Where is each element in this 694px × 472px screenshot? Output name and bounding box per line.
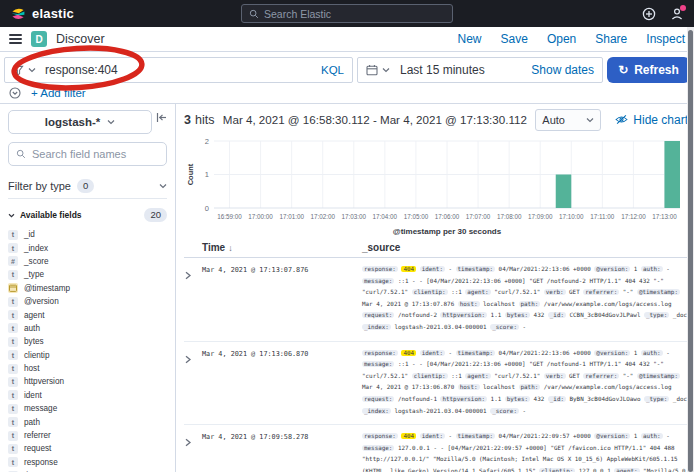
hits-bar: 3 hits Mar 4, 2021 @ 16:58:30.112 - Mar … [184, 104, 688, 135]
field-name-badge: timestamp: [456, 266, 495, 272]
add-filter-button[interactable]: + Add filter [31, 87, 86, 99]
document-time: Mar 4, 2021 @ 17:09:58.278 [202, 431, 362, 472]
hits-count: 3 [184, 113, 191, 127]
filter-by-type-toggle[interactable]: Filter by type 0 [8, 174, 167, 199]
field-item-path[interactable]: tpath [8, 415, 167, 428]
field-value: 1.1 [491, 312, 502, 318]
field-name-badge: _type: [644, 312, 669, 318]
field-value: 432 [534, 396, 545, 402]
histogram-bar[interactable] [664, 141, 680, 208]
query-input[interactable]: response:404 KQL [4, 57, 353, 83]
field-name-badge: @version: [594, 433, 630, 439]
global-search-placeholder: Search Elastic [264, 8, 331, 20]
app-navbar: D Discover NewSaveOpenShareInspect [0, 27, 694, 52]
menu-icon[interactable] [9, 34, 22, 44]
field-name-badge: message: [362, 361, 394, 367]
expand-document-icon[interactable] [184, 348, 202, 418]
field-item-response[interactable]: tresponse [8, 456, 167, 469]
document-source: response: 404 ident: - timestamp: 04/Mar… [362, 431, 688, 472]
field-item-referrer[interactable]: treferrer [8, 429, 167, 442]
field-name-badge: request: [362, 396, 394, 402]
field-name: clientip [24, 351, 50, 360]
scrollbar-thumb[interactable] [688, 30, 693, 472]
field-value: 1.1 [491, 396, 502, 402]
field-search-placeholder: Search field names [32, 148, 126, 160]
field-item-id[interactable]: t_id [8, 228, 167, 241]
field-name-badge: _type: [644, 396, 669, 402]
field-item-type[interactable]: t_type [8, 268, 167, 281]
refresh-button[interactable]: ↻ Refresh [607, 57, 690, 83]
nav-action-inspect[interactable]: Inspect [646, 32, 685, 46]
field-item-timestamp[interactable]: @timestamp [8, 282, 167, 295]
field-value: CCBN_3cB04dGovJLPawl [570, 312, 641, 318]
field-type-string-icon: t [8, 297, 18, 307]
refresh-label: Refresh [634, 63, 679, 77]
field-value: /var/www/example.com/logs/access.log [544, 301, 672, 307]
field-search-input[interactable]: Search field names [8, 142, 167, 166]
time-filter-value[interactable]: Last 15 minutes [400, 63, 485, 77]
expand-document-icon[interactable] [184, 264, 202, 334]
svg-text:17:03:00: 17:03:00 [342, 213, 367, 220]
field-value: GET [569, 373, 580, 379]
field-name: httpversion [24, 377, 64, 386]
field-name: @version [24, 297, 59, 306]
field-type-string-icon: t [8, 337, 18, 347]
deployment-icon[interactable] [642, 7, 656, 21]
global-search-input[interactable]: Search Elastic [241, 4, 453, 23]
query-language-button[interactable]: KQL [321, 64, 344, 76]
field-item-index[interactable]: t_index [8, 241, 167, 254]
collapse-sidebar-icon[interactable] [156, 112, 167, 123]
field-value: - [523, 408, 527, 414]
svg-text:1: 1 [205, 170, 209, 179]
document-source: response: 404 ident: - timestamp: 04/Mar… [362, 264, 688, 334]
field-type-string-icon: t [8, 323, 18, 333]
interval-select[interactable]: Auto [535, 109, 601, 131]
svg-text:17:10:00: 17:10:00 [559, 213, 584, 220]
nav-action-new[interactable]: New [458, 32, 482, 46]
field-type-string-icon: t [8, 310, 18, 320]
svg-text:17:12:00: 17:12:00 [621, 213, 646, 220]
show-dates-button[interactable]: Show dates [531, 63, 594, 77]
avatar[interactable] [670, 7, 684, 21]
field-type-string-icon: t [8, 230, 18, 240]
field-item-message[interactable]: tmessage [8, 402, 167, 415]
field-item-score[interactable]: #_score [8, 255, 167, 268]
field-item-httpversion[interactable]: thttpversion [8, 375, 167, 388]
field-name-badge: auth: [641, 350, 663, 356]
nav-action-save[interactable]: Save [501, 32, 528, 46]
field-value: ByBN_3cB04dGovJLOawo [570, 396, 641, 402]
discover-app-badge[interactable]: D [31, 31, 47, 47]
brand-name: elastic [32, 6, 74, 21]
field-item-host[interactable]: thost [8, 362, 167, 375]
field-item-ident[interactable]: tident [8, 389, 167, 402]
field-item-bytes[interactable]: tbytes [8, 335, 167, 348]
field-item-agent[interactable]: tagent [8, 308, 167, 321]
chevron-down-icon [586, 117, 594, 123]
field-name-badge: verb: [544, 289, 566, 295]
histogram-bar[interactable] [556, 175, 572, 209]
filter-options-icon[interactable] [9, 87, 21, 99]
svg-text:17:13:00: 17:13:00 [652, 213, 677, 220]
field-name: @timestamp [24, 284, 70, 293]
elastic-logo[interactable]: elastic [10, 6, 74, 22]
filter-funnel-icon[interactable] [13, 65, 24, 76]
available-fields-toggle[interactable]: Available fields 20 [8, 208, 167, 222]
nav-action-share[interactable]: Share [595, 32, 627, 46]
column-header-time[interactable]: Time ↓ [202, 242, 362, 253]
field-name-badge: _score: [490, 324, 519, 330]
field-value: "curl/7.52.1" [494, 373, 540, 379]
svg-text:17:11:00: 17:11:00 [590, 213, 615, 220]
elastic-logo-icon [10, 6, 26, 22]
date-picker[interactable]: Last 15 minutes Show dates [357, 57, 603, 83]
expand-document-icon[interactable] [184, 431, 202, 472]
field-item-clientip[interactable]: tclientip [8, 349, 167, 362]
nav-action-open[interactable]: Open [547, 32, 576, 46]
field-type-string-icon: t [8, 457, 18, 467]
field-item-request[interactable]: trequest [8, 442, 167, 455]
field-name-badge: ident: [420, 433, 445, 439]
field-name-badge: clientip: [412, 373, 448, 379]
field-item-version[interactable]: t@version [8, 295, 167, 308]
hide-chart-button[interactable]: Hide chart [615, 113, 688, 127]
field-item-auth[interactable]: tauth [8, 322, 167, 335]
index-pattern-selector[interactable]: logstash-* [8, 110, 152, 134]
